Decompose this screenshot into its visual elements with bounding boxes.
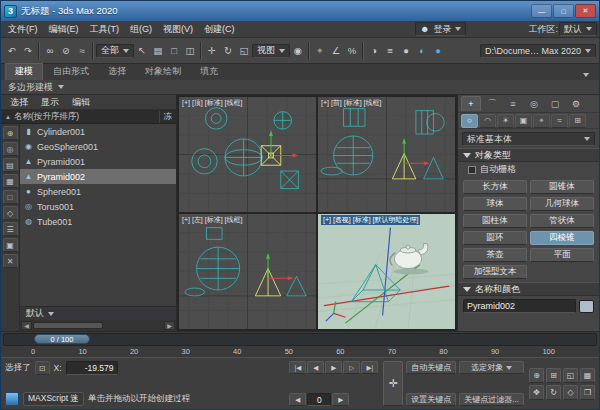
current-frame-field[interactable]: 0 [307,393,331,406]
hide-icon[interactable]: □ [3,190,18,204]
autogrid-checkbox[interactable] [468,166,476,174]
list-item-selected[interactable]: ▲ Pyramid002 [20,169,176,184]
delete-icon[interactable]: ✕ [3,254,18,268]
pyramid-button[interactable]: 四棱锥 [530,231,594,245]
list-item[interactable]: ◎ Torus001 [20,199,176,214]
cone-button[interactable]: 圆锥体 [530,180,594,194]
explorer-preset-bar[interactable]: 默认 [20,306,176,320]
polygon-modeling-panel[interactable]: 多边形建模 [8,81,53,94]
maxscript-icon[interactable] [5,392,19,406]
display-options-icon[interactable]: ▣ [3,238,18,252]
select-and-rotate-icon[interactable]: ↻ [220,41,236,60]
minimize-button[interactable]: — [531,4,552,18]
ribbon-tab-populate[interactable]: 填充 [191,64,227,80]
space-warps-icon[interactable]: ≈ [551,114,568,128]
menu-create[interactable]: 创建(C) [199,22,240,37]
filter-icon[interactable]: ☰ [3,222,18,236]
selection-set-dropdown[interactable]: 选定对象 [459,361,524,374]
zoom-icon[interactable]: ⊕ [529,368,544,383]
tube-button[interactable]: 管状体 [530,214,594,228]
ribbon-tab-freeform[interactable]: 自由形式 [44,64,98,80]
select-by-name-icon[interactable]: ▤ [150,41,166,60]
textplus-button[interactable]: 加强型文本 [463,265,527,279]
explorer-menu-edit[interactable]: 编辑 [66,96,96,109]
workspace-dropdown[interactable]: 默认 [559,22,597,36]
project-folder-dropdown[interactable]: D:\Docume… Max 2020 [480,44,596,58]
rendered-frame-window-icon[interactable]: ◐ [414,41,430,60]
display-tab-icon[interactable]: ▢ [545,96,565,111]
window-crossing-icon[interactable]: ◫ [182,41,198,60]
menu-group[interactable]: 组(G) [125,22,157,37]
ribbon-tab-modeling[interactable]: 建模 [5,63,43,80]
box-button[interactable]: 长方体 [463,180,527,194]
helpers-icon[interactable]: ⌖ [533,114,550,128]
angle-snap-icon[interactable]: ∠ [328,41,344,60]
play-button[interactable]: ▶ [325,361,342,374]
object-type-rollout-header[interactable]: 对象类型 [458,148,599,162]
viewport-label-perspective[interactable]: [+] [透视] [标准] [默认明暗处理] [321,215,420,225]
object-color-swatch[interactable] [579,300,594,313]
undo-icon[interactable]: ↶ [4,41,20,60]
utilities-tab-icon[interactable]: ⚙ [566,96,586,111]
viewport-label-left[interactable]: [+] [左] [标准] [线框] [182,215,242,225]
maxscript-mini-listener[interactable]: MAXScript 迷 [23,392,84,406]
sign-in-dropdown[interactable]: ☻ 登录 [415,22,466,36]
frame-decrement-button[interactable]: ◀ [289,393,306,406]
pan-icon[interactable]: ✥ [529,385,544,400]
menu-file[interactable]: 文件(F) [3,22,43,37]
snap-toggle-icon[interactable]: ⌖ [312,41,328,60]
object-name-field[interactable]: Pyramid002 [463,299,576,313]
create-tab-icon[interactable]: + [461,96,481,111]
list-item[interactable]: ◍ Tube001 [20,214,176,229]
zoom-all-icon[interactable]: ⊞ [546,368,561,383]
teapot-button[interactable]: 茶壶 [463,248,527,262]
field-of-view-icon[interactable]: ◇ [563,385,578,400]
sphere-button[interactable]: 球体 [463,197,527,211]
time-slider-handle[interactable]: 0 / 100 [34,334,90,344]
selection-region-icon[interactable]: □ [166,41,182,60]
viewport-label-front[interactable]: [+] [前] [标准] [线框] [321,98,381,108]
frame-increment-button[interactable]: ▶ [332,393,349,406]
grid-view-icon[interactable]: ▦ [3,174,18,188]
pick-icon[interactable]: ⊕ [3,126,18,140]
list-view-icon[interactable]: ▤ [3,158,18,172]
hierarchy-tab-icon[interactable]: ≡ [503,96,523,111]
reference-coordinate-dropdown[interactable]: 视图 [252,44,290,58]
cylinder-button[interactable]: 圆柱体 [463,214,527,228]
list-item[interactable]: ▲ Pyramid001 [20,154,176,169]
percent-snap-icon[interactable]: % [344,41,360,60]
selection-filter-dropdown[interactable]: 全部 [96,44,134,58]
key-filters-button[interactable]: 关键点过滤器... [459,393,524,406]
ribbon-tab-selection[interactable]: 选择 [99,64,135,80]
modify-tab-icon[interactable]: ⌒ [482,96,502,111]
bind-to-space-warp-icon[interactable]: ≈ [74,41,90,60]
scroll-left-icon[interactable]: ◀ [21,321,32,330]
render-production-icon[interactable]: ● [430,41,446,60]
primitive-category-dropdown[interactable]: 标准基本体 [462,132,595,146]
zoom-extents-icon[interactable]: ◱ [563,368,578,383]
systems-icon[interactable]: ⊞ [569,114,586,128]
menu-tools[interactable]: 工具(T) [85,22,125,37]
time-slider-track[interactable]: 0 / 100 [3,333,597,346]
list-item[interactable]: ◉ GeoSphere001 [20,139,176,154]
auto-key-button[interactable]: 自动关键点 [406,361,456,374]
select-and-scale-icon[interactable]: ◱ [236,41,252,60]
select-and-move-icon[interactable]: ✛ [204,41,220,60]
scrollbar-thumb[interactable] [33,322,103,329]
viewport-perspective[interactable]: [+] [透视] [标准] [默认明暗处理] [318,214,455,329]
set-keys-button[interactable]: ✛ [383,361,403,406]
select-object-icon[interactable]: ↖ [134,41,150,60]
find-icon[interactable]: ◎ [3,142,18,156]
unlink-selection-icon[interactable]: ⊘ [58,41,74,60]
mirror-icon[interactable]: ◑ [366,41,382,60]
explorer-menu-display[interactable]: 显示 [35,96,65,109]
render-setup-icon[interactable]: ● [398,41,414,60]
select-and-link-icon[interactable]: ∞ [42,41,58,60]
redo-icon[interactable]: ↷ [20,41,36,60]
viewport-left[interactable]: [+] [左] [标准] [线框] [179,214,316,329]
motion-tab-icon[interactable]: ◎ [524,96,544,111]
previous-frame-button[interactable]: ◀ [307,361,324,374]
name-color-rollout-header[interactable]: 名称和颜色 [458,282,599,296]
maximize-viewport-icon[interactable]: ❒ [580,385,595,400]
torus-button[interactable]: 圆环 [463,231,527,245]
